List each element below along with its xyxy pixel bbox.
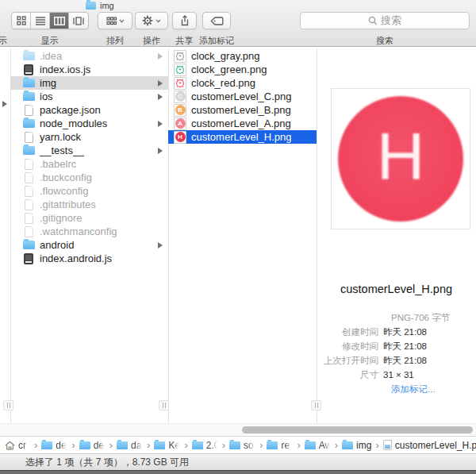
preview-image: H [331,88,470,229]
icon-view-button[interactable] [12,13,31,29]
file-name: clock_gray.png [191,50,259,62]
list-item[interactable]: node_modules [10,117,168,130]
horizontal-scrollbar[interactable] [0,423,476,436]
file-name: customerLevel_H.png [191,131,291,143]
list-item[interactable]: .idea [10,49,168,63]
metadata-row: 创建时间昨天 21:08 [317,325,476,339]
list-view-button[interactable] [31,13,50,29]
list-item[interactable]: .babelrc [10,157,168,171]
column-browser: .idea index.ios.js img ios package.json … [0,48,476,423]
chevron-down-icon [155,19,161,23]
column-view-button[interactable] [50,13,69,29]
list-item[interactable]: android [10,238,168,252]
folder-icon [41,441,52,449]
breadcrumb-folder[interactable]: de [41,440,67,451]
file-name: customerLevel_A.png [191,118,291,129]
folder-icon [22,50,35,63]
view-switcher-label: 显示 [11,35,88,47]
breadcrumb-current-file[interactable]: customerLevel_H.png [383,440,476,451]
level-circle-icon: H [174,131,186,144]
file-name: img [40,77,56,89]
folder-icon [22,118,35,130]
list-item[interactable]: CcustomerLevel_C.png [168,90,317,103]
list-item[interactable]: .buckconfig [10,171,168,184]
list-item[interactable]: yarn.lock [10,130,168,144]
arrange-button[interactable] [98,12,132,29]
path-bar: cr › de › de › da › Ke › 2.0 › so › re ›… [0,436,476,453]
breadcrumb-separator: › [71,440,75,450]
list-item[interactable]: clock_gray.png [168,49,317,63]
metadata-row: 尺寸31 × 31 [317,368,476,382]
file-name: clock_green.png [191,64,267,75]
document-icon [22,198,35,211]
file-name: .gitattributes [40,198,96,210]
window-title-area: img [86,0,114,10]
file-name: android [40,239,74,251]
breadcrumb-separator: › [109,440,113,450]
list-item[interactable]: clock_red.png [168,76,317,90]
breadcrumb-folder[interactable]: re [267,440,293,451]
file-name: .babelrc [40,158,76,170]
add-tags-label: 添加标记 [198,35,236,47]
list-item[interactable]: .flowconfig [10,184,168,198]
window-bottom-edge [0,470,476,474]
list-item[interactable]: package.json [10,103,168,117]
search-input[interactable]: 搜索 [300,12,470,29]
action-button[interactable] [135,12,168,29]
list-item-selected[interactable]: HcustomerLevel_H.png [168,130,317,144]
column-resize-handle[interactable] [159,400,169,410]
list-item[interactable]: .gitattributes [10,198,168,211]
folder-icon [192,441,203,449]
scrollbar-thumb[interactable] [242,426,473,434]
folder-icon [117,441,128,449]
add-tags-button[interactable] [202,12,231,29]
level-circle-icon: B [174,104,186,117]
window-title: img [100,1,114,10]
list-item[interactable]: .watchmanconfig [10,225,168,238]
breadcrumb-folder[interactable]: Aw [305,440,331,451]
status-text: 选择了 1 项（共 7 项），8.73 GB 可用 [25,454,189,471]
breadcrumb-folder[interactable]: 2.0 [192,440,218,451]
breadcrumb-separator: › [375,440,378,450]
document-icon [22,131,35,144]
breadcrumb-separator: › [184,440,187,450]
folder-icon [305,441,316,449]
share-button[interactable] [172,12,197,29]
breadcrumb-home[interactable]: cr [5,440,30,451]
preview-metadata: PNG-706 字节 创建时间昨天 21:08 修改时间昨天 21:08 上次打… [317,310,476,396]
list-item[interactable]: __tests__ [10,144,168,157]
breadcrumb-folder[interactable]: de [79,440,106,451]
clipped-toolbar-label: 显示 [0,35,7,47]
home-icon [5,441,15,450]
file-name: node_modules [40,118,107,129]
add-tags-link[interactable]: 添加标记... [391,383,436,395]
column-resize-handle[interactable] [3,400,13,410]
coverflow-view-button[interactable] [69,13,88,29]
chevron-right-icon [2,101,7,107]
level-h-preview: H [338,96,463,222]
list-item[interactable]: index.android.js [10,252,168,265]
list-item[interactable]: .gitignore [10,211,168,225]
list-item[interactable]: BcustomerLevel_B.png [168,103,317,117]
breadcrumb-folder-img[interactable]: img [342,440,371,451]
column-resize-handle[interactable] [311,400,321,410]
metadata-row: 上次打开时间昨天 21:08 [317,353,476,368]
chevron-right-icon [158,53,163,60]
list-item[interactable]: AcustomerLevel_A.png [168,117,317,130]
folder-icon [342,441,353,449]
document-icon [22,171,35,184]
list-item[interactable]: ios [10,90,168,103]
file-name: index.ios.js [40,64,90,75]
gear-icon [142,15,153,26]
breadcrumb-folder[interactable]: Ke [154,440,180,451]
breadcrumb-folder[interactable]: da [117,440,143,451]
list-item[interactable]: clock_green.png [168,63,317,76]
folder-icon [22,239,35,252]
metadata-row: 修改时间昨天 21:08 [317,339,476,353]
list-item-selected[interactable]: img [10,76,168,90]
list-item[interactable]: index.ios.js [10,63,168,76]
folder-icon [79,441,90,449]
folder-icon [86,2,96,10]
breadcrumb-folder[interactable]: so [229,440,255,451]
file-name: .watchmanconfig [40,225,117,237]
